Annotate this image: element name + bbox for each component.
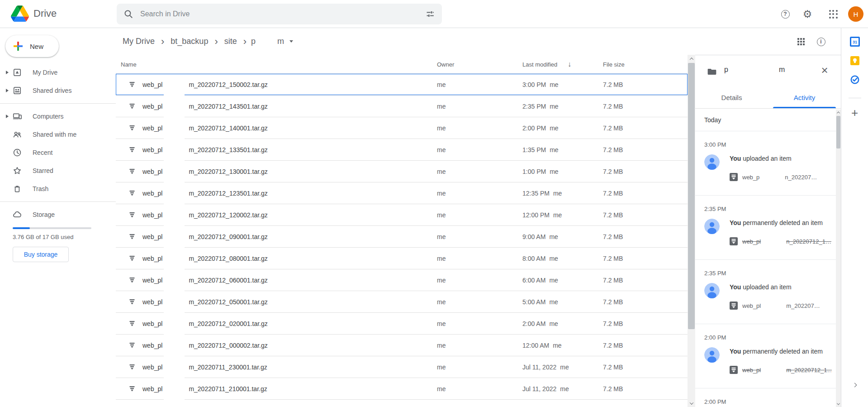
- table-row[interactable]: web_plm_20220712_090001.tar.gz me 9:00 A…: [116, 226, 688, 248]
- sidebar-item-storage[interactable]: Storage: [0, 206, 116, 224]
- tasks-app-button[interactable]: [846, 71, 864, 89]
- sidebar-item-computers[interactable]: Computers: [0, 107, 116, 125]
- google-apps-button[interactable]: [824, 5, 842, 23]
- scroll-down-arrow[interactable]: [688, 399, 695, 407]
- table-row[interactable]: web_plm_20220712_130001.tar.gz me 1:00 P…: [116, 161, 688, 182]
- archive-file-icon: [128, 277, 136, 284]
- keep-icon: [850, 56, 859, 65]
- close-panel-button[interactable]: ×: [816, 61, 834, 79]
- sidebar-divider: [0, 201, 116, 202]
- star-icon: [13, 166, 22, 175]
- folder-icon: [707, 67, 717, 76]
- keep-app-button[interactable]: [846, 52, 864, 70]
- activity-file-chip[interactable]: web_pn_202207…: [730, 173, 817, 181]
- file-list-scrollbar[interactable]: [688, 55, 695, 407]
- file-rows: web_plm_20220712_150002.tar.gz me 3:00 P…: [116, 74, 688, 400]
- hide-side-panel-button[interactable]: [848, 378, 862, 392]
- file-list-view: Name Owner Last modified ↓ File size web…: [116, 55, 688, 407]
- scroll-down-arrow[interactable]: [836, 401, 841, 407]
- table-row[interactable]: web_plm_20220712_133501.tar.gz me 1:35 P…: [116, 139, 688, 161]
- last-modified-cell: 5:00 AMme: [522, 298, 558, 306]
- plus-icon: +: [851, 106, 858, 120]
- column-header-name[interactable]: Name: [121, 61, 137, 67]
- sidebar-nav: My Drive Shared drives: [0, 63, 116, 262]
- last-modified-cell: 2:00 PMme: [522, 124, 559, 132]
- get-add-ons-button[interactable]: +: [846, 104, 864, 122]
- sidebar-item-shared-drives[interactable]: Shared drives: [0, 81, 116, 100]
- table-row[interactable]: web_plm_20220712_143501.tar.gz me 2:35 P…: [116, 96, 688, 117]
- sidebar-item-my-drive[interactable]: My Drive: [0, 63, 116, 81]
- breadcrumb-separator: ›: [161, 36, 164, 48]
- user-avatar[interactable]: H: [848, 6, 863, 22]
- table-row[interactable]: web_plm_20220712_140001.tar.gz me 2:00 P…: [116, 117, 688, 139]
- sort-desc-icon[interactable]: ↓: [568, 60, 571, 68]
- activity-file-chip[interactable]: web_plm_202207…: [730, 302, 820, 310]
- file-name: web_plm_20220712_020001.tar.gz: [142, 320, 268, 327]
- activity-file-chip[interactable]: web_plm_20220712_1…: [730, 366, 832, 374]
- file-size-cell: 7.2 MB: [603, 168, 623, 175]
- search-icon[interactable]: [123, 9, 134, 19]
- breadcrumb-item-bt-backup[interactable]: bt_backup: [169, 36, 210, 47]
- table-row[interactable]: web_plm_20220712_080001.tar.gz me 8:00 A…: [116, 248, 688, 269]
- settings-button[interactable]: ⚙: [798, 5, 816, 23]
- sidebar-item-recent[interactable]: Recent: [0, 144, 116, 162]
- activity-scrollbar[interactable]: [836, 110, 841, 407]
- tab-details[interactable]: Details: [695, 87, 768, 108]
- scrollbar-thumb[interactable]: [688, 63, 695, 329]
- table-row[interactable]: web_plm_20220712_120002.tar.gz me 12:00 …: [116, 204, 688, 226]
- chevron-right-icon: [853, 383, 857, 387]
- breadcrumb-item-site[interactable]: site: [223, 36, 239, 47]
- file-name: web_plm_20220712_150002.tar.gz: [142, 81, 268, 88]
- breadcrumb-item-my-drive[interactable]: My Drive: [121, 36, 157, 47]
- view-details-button[interactable]: i: [812, 33, 830, 51]
- table-row[interactable]: web_plm_20220712_060001.tar.gz me 6:00 A…: [116, 269, 688, 291]
- file-size-cell: 7.2 MB: [603, 146, 623, 153]
- breadcrumb-current-folder[interactable]: p m: [251, 37, 293, 46]
- tab-activity[interactable]: Activity: [768, 87, 841, 108]
- folder-menu-caret-icon: [289, 40, 293, 43]
- topbar-actions: ? ⚙ H: [776, 5, 863, 23]
- column-header-file-size[interactable]: File size: [603, 61, 625, 67]
- scroll-up-arrow[interactable]: [688, 55, 695, 62]
- column-header-last-modified[interactable]: Last modified: [522, 61, 557, 67]
- archive-file-icon: [128, 342, 136, 349]
- archive-file-icon: [128, 211, 136, 219]
- computers-icon: [13, 112, 22, 121]
- new-button[interactable]: New: [5, 35, 59, 57]
- buy-storage-button[interactable]: Buy storage: [13, 247, 69, 262]
- table-row[interactable]: web_plm_20220712_150002.tar.gz me 3:00 P…: [116, 74, 688, 96]
- table-header: Name Owner Last modified ↓ File size: [116, 55, 688, 74]
- expand-arrow-icon[interactable]: [6, 89, 10, 92]
- activity-description: You permanently deleted an item: [730, 348, 832, 355]
- storage-cloud-icon: [13, 210, 22, 219]
- search-options-tune-icon[interactable]: [421, 5, 439, 23]
- sidebar-item-starred[interactable]: Starred: [0, 162, 116, 180]
- search-bar[interactable]: [117, 4, 442, 24]
- expand-arrow-icon[interactable]: [6, 115, 10, 118]
- column-header-owner[interactable]: Owner: [437, 61, 454, 67]
- file-size-cell: 7.2 MB: [603, 342, 623, 349]
- scroll-up-arrow[interactable]: [836, 110, 841, 115]
- grid-view-toggle-button[interactable]: [792, 33, 810, 51]
- activity-file-chip[interactable]: web_pln_20220712_1…: [730, 237, 831, 245]
- search-input[interactable]: [140, 10, 421, 18]
- user-avatar-icon: [704, 154, 720, 170]
- file-size-cell: 7.2 MB: [603, 320, 623, 327]
- activity-file-name: web_plm_20220712_1…: [742, 367, 832, 373]
- table-row[interactable]: web_plm_20220711_210001.tar.gz me Jul 11…: [116, 378, 688, 400]
- table-row[interactable]: web_plm_20220712_050001.tar.gz me 5:00 A…: [116, 291, 688, 313]
- table-row[interactable]: web_plm_20220712_020001.tar.gz me 2:00 A…: [116, 313, 688, 335]
- sidebar-item-trash[interactable]: Trash: [0, 180, 116, 198]
- expand-arrow-icon[interactable]: [6, 71, 10, 74]
- file-size-cell: 7.2 MB: [603, 103, 623, 110]
- scrollbar-thumb[interactable]: [836, 116, 840, 148]
- drive-home-link[interactable]: Drive: [11, 5, 57, 22]
- calendar-app-button[interactable]: 31: [846, 33, 864, 51]
- table-row[interactable]: web_plm_20220712_123501.tar.gz me 12:35 …: [116, 182, 688, 204]
- help-button[interactable]: ?: [776, 5, 794, 23]
- file-name: web_plm_20220712_090001.tar.gz: [142, 233, 268, 240]
- sidebar-item-shared-with-me[interactable]: Shared with me: [0, 125, 116, 144]
- table-row[interactable]: web_plm_20220711_230001.tar.gz me Jul 11…: [116, 356, 688, 378]
- table-row[interactable]: web_plm_20220712_000002.tar.gz me 12:00 …: [116, 335, 688, 356]
- file-size-cell: 7.2 MB: [603, 255, 623, 262]
